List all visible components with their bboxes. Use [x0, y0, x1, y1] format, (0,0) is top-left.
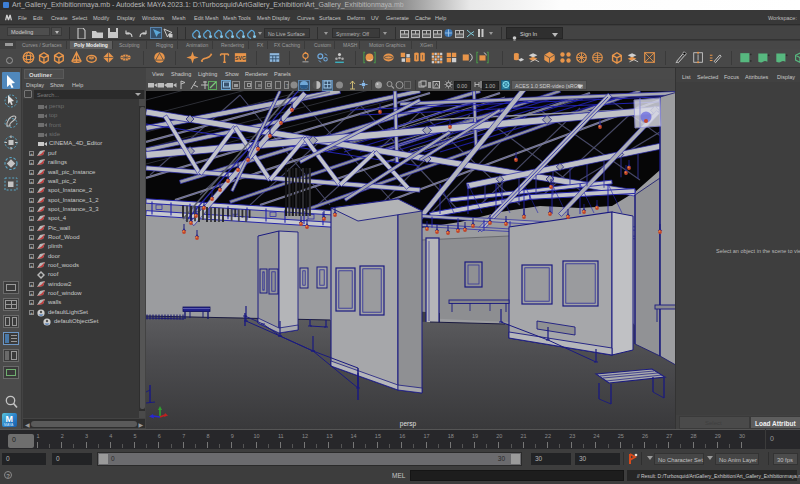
- svg-text:persp: persp: [400, 420, 417, 428]
- svg-text:SVG: SVG: [235, 55, 246, 61]
